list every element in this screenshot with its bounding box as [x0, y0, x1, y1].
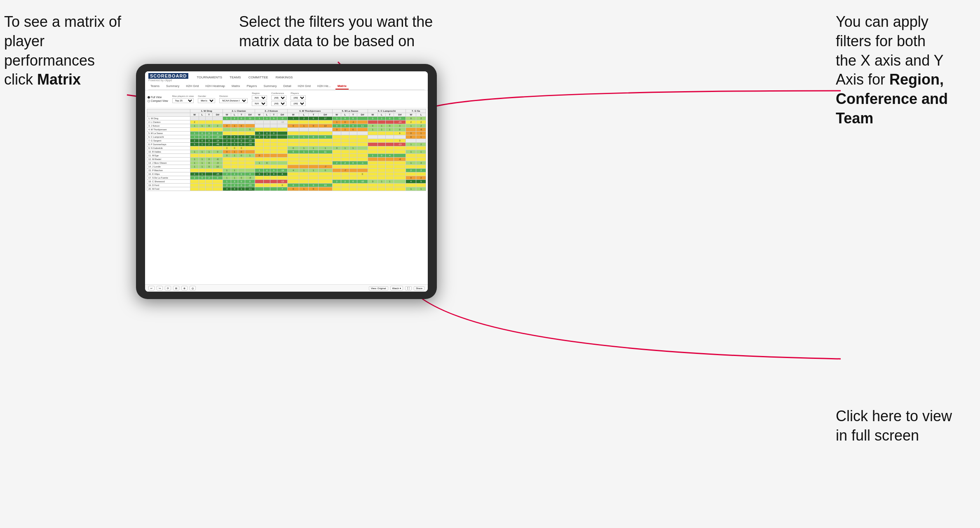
redo-button[interactable]: ↪ [157, 286, 163, 290]
toolbar-icon-1[interactable]: ⟳ [165, 286, 171, 290]
tab-summary[interactable]: Summary [164, 83, 181, 90]
matrix-cell: 0 [349, 124, 357, 128]
matrix-cell [341, 165, 349, 169]
matrix-cell [386, 143, 394, 146]
matrix-cell: 0 [223, 124, 231, 128]
row-name: 18. C Sherwood [147, 180, 190, 184]
matrix-cell [277, 128, 288, 132]
tab-players[interactable]: Players [244, 83, 259, 90]
tab-detail[interactable]: Detail [281, 83, 293, 90]
filter-bar[interactable]: Full View Compact View Max players in vi… [145, 90, 428, 108]
matrix-cell: 1 [377, 117, 386, 120]
matrix-cell: 1 [199, 161, 206, 165]
matrix-cell [349, 169, 357, 172]
nav-rankings[interactable]: RANKINGS [274, 75, 295, 80]
matrix-cell: 11 [357, 124, 368, 128]
matrix-cell: 2 [223, 135, 231, 139]
table-row: 7. G Sargent200-14220-153 [147, 139, 426, 143]
matrix-cell [255, 128, 263, 132]
matrix-cell [341, 135, 349, 139]
toolbar-icon-4[interactable]: ◎ [190, 286, 196, 290]
matrix-cell: 2 [416, 169, 426, 172]
matrix-cell [245, 161, 255, 165]
matrix-cell: -13 [277, 180, 288, 184]
compact-view-radio[interactable] [148, 100, 150, 102]
matrix-cell: 0 [199, 176, 206, 180]
tab-summary-2[interactable]: Summary [261, 83, 279, 90]
tab-h2hhe[interactable]: H2H He... [315, 83, 333, 90]
matrix-cell: 3 [263, 172, 270, 176]
tab-h2h-grid-2[interactable]: H2H Grid [296, 83, 313, 90]
nav-committee[interactable]: COMMITTEE [247, 75, 270, 80]
matrix-cell [206, 180, 213, 184]
tab-teams[interactable]: Teams [148, 83, 162, 90]
matrix-cell: 0 [386, 117, 394, 120]
sub-tabs[interactable]: Teams Summary H2H Grid H2H Heatmap Matri… [148, 82, 424, 90]
sh-l5: L [341, 113, 349, 117]
matrix-cell: 2 [223, 184, 231, 187]
matrix-cell: 2 [416, 117, 426, 120]
matrix-cell [270, 180, 277, 184]
division-select[interactable]: NCAA Division I [219, 98, 248, 103]
matrix-cell [238, 161, 245, 165]
region-select[interactable]: N/A [252, 95, 267, 100]
matrix-cell: 6 [213, 132, 223, 135]
top-nav[interactable]: TOURNAMENTS TEAMS COMMITTEE RANKINGS [195, 75, 294, 80]
watch-button[interactable]: Watch ▾ [390, 286, 403, 290]
matrix-cell [309, 172, 318, 176]
tab-matrix-1[interactable]: Matrix [230, 83, 242, 90]
matrix-cell: 2 [190, 176, 199, 180]
matrix-cell [277, 154, 288, 158]
toolbar-icon-3[interactable]: ⊕ [181, 286, 188, 290]
matrix-cell [270, 124, 277, 128]
nav-tournaments[interactable]: TOURNAMENTS [195, 75, 224, 80]
matrix-col-header-2: 2. L Clanton [223, 109, 255, 113]
matrix-cell [270, 176, 277, 180]
matrix-cell: -2 [277, 117, 288, 120]
full-view-radio[interactable] [148, 96, 150, 99]
matrix-cell: 3 [255, 172, 263, 176]
table-row: 2. L Clanton2-1810-1-2422 [147, 120, 426, 124]
row-name: 8. P Summerhays [147, 143, 190, 146]
matrix-cell: 2 [406, 120, 416, 124]
conference-select[interactable]: (All) [271, 95, 286, 100]
matrix-cell [309, 158, 318, 161]
fullscreen-button[interactable]: ⛶ [405, 286, 412, 290]
sh-w3: W [255, 113, 263, 117]
matrix-cell: 0 [406, 117, 416, 120]
view-original-button[interactable]: View: Original [369, 286, 388, 290]
matrix-cell [213, 169, 223, 172]
matrix-cell: 1 [238, 187, 245, 191]
tab-h2h-heatmap[interactable]: H2H Heatmap [203, 83, 227, 90]
matrix-cell [213, 180, 223, 184]
matrix-cell [223, 128, 231, 132]
matrix-cell [416, 139, 426, 143]
toolbar-icon-2[interactable]: ⊞ [173, 286, 179, 290]
matrix-cell [213, 120, 223, 124]
matrix-cell [287, 158, 299, 161]
matrix-cell [386, 161, 394, 165]
view-options: Full View Compact View [148, 96, 168, 102]
nav-teams[interactable]: TEAMS [228, 75, 243, 80]
matrix-cell [199, 169, 206, 172]
tab-h2h-grid[interactable]: H2H Grid [184, 83, 201, 90]
matrix-cell: 13 [394, 117, 406, 120]
gender-select[interactable]: Men's [198, 98, 215, 103]
undo-button[interactable]: ↩ [148, 286, 155, 290]
matrix-cell: 5 [245, 128, 255, 132]
matrix-cell [255, 150, 263, 154]
full-view-option[interactable]: Full View [148, 96, 168, 99]
matrix-cell [416, 158, 426, 161]
conference-select-2[interactable]: (All) [271, 101, 286, 106]
matrix-cell: -1 [357, 161, 368, 165]
share-button[interactable]: Share [414, 286, 424, 290]
players-select[interactable]: (All) [291, 95, 306, 100]
region-select-2[interactable]: N/A [252, 101, 267, 106]
matrix-cell [394, 169, 406, 172]
max-players-select[interactable]: Top 25 [172, 98, 194, 103]
tab-matrix-active[interactable]: Matrix [335, 83, 349, 90]
matrix-cell [357, 158, 368, 161]
matrix-cell: 1 [199, 165, 206, 169]
compact-view-option[interactable]: Compact View [148, 99, 168, 102]
players-select-2[interactable]: (All) [291, 101, 306, 106]
